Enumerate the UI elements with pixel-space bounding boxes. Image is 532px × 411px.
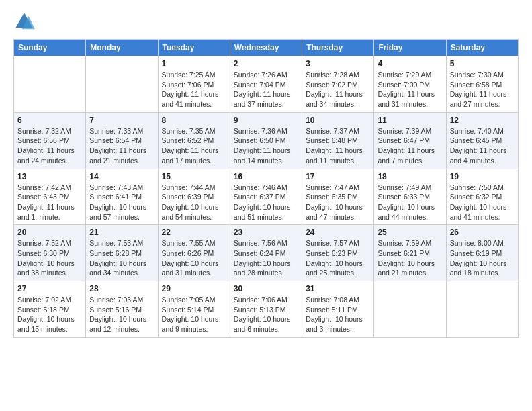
day-info: Sunrise: 7:59 AM Sunset: 6:21 PM Dayligh… bbox=[378, 238, 442, 278]
calendar-day-cell: 9Sunrise: 7:36 AM Sunset: 6:50 PM Daylig… bbox=[230, 112, 302, 169]
day-number: 19 bbox=[450, 172, 515, 181]
day-info: Sunrise: 8:00 AM Sunset: 6:19 PM Dayligh… bbox=[450, 238, 515, 278]
calendar-day-cell: 6Sunrise: 7:32 AM Sunset: 6:56 PM Daylig… bbox=[14, 112, 86, 169]
day-number: 4 bbox=[378, 59, 442, 68]
day-number: 24 bbox=[306, 228, 370, 237]
day-number: 8 bbox=[162, 116, 226, 125]
calendar-day-cell: 7Sunrise: 7:33 AM Sunset: 6:54 PM Daylig… bbox=[86, 112, 158, 169]
day-number: 10 bbox=[306, 116, 370, 125]
weekday-header: Sunday bbox=[14, 40, 86, 56]
day-number: 14 bbox=[89, 172, 154, 181]
day-number: 3 bbox=[306, 59, 370, 68]
day-number: 30 bbox=[234, 284, 298, 293]
day-info: Sunrise: 7:46 AM Sunset: 6:37 PM Dayligh… bbox=[234, 183, 298, 222]
calendar-day-cell: 11Sunrise: 7:39 AM Sunset: 6:47 PM Dayli… bbox=[374, 112, 446, 169]
day-number: 9 bbox=[234, 116, 298, 125]
calendar-day-cell: 10Sunrise: 7:37 AM Sunset: 6:48 PM Dayli… bbox=[302, 112, 374, 169]
day-info: Sunrise: 7:37 AM Sunset: 6:48 PM Dayligh… bbox=[306, 126, 370, 166]
day-info: Sunrise: 7:36 AM Sunset: 6:50 PM Dayligh… bbox=[234, 126, 298, 166]
calendar-week-row: 1Sunrise: 7:25 AM Sunset: 7:06 PM Daylig… bbox=[14, 56, 519, 113]
day-info: Sunrise: 7:35 AM Sunset: 6:52 PM Dayligh… bbox=[162, 126, 226, 166]
calendar-day-cell: 22Sunrise: 7:55 AM Sunset: 6:26 PM Dayli… bbox=[158, 225, 230, 281]
calendar-day-cell: 13Sunrise: 7:42 AM Sunset: 6:43 PM Dayli… bbox=[14, 169, 86, 225]
calendar-day-cell: 17Sunrise: 7:47 AM Sunset: 6:35 PM Dayli… bbox=[302, 169, 374, 225]
calendar-day-cell: 2Sunrise: 7:26 AM Sunset: 7:04 PM Daylig… bbox=[230, 56, 302, 113]
calendar-day-cell: 3Sunrise: 7:28 AM Sunset: 7:02 PM Daylig… bbox=[302, 56, 374, 113]
day-info: Sunrise: 7:08 AM Sunset: 5:11 PM Dayligh… bbox=[306, 295, 370, 334]
day-info: Sunrise: 7:52 AM Sunset: 6:30 PM Dayligh… bbox=[17, 238, 82, 278]
calendar-page: SundayMondayTuesdayWednesdayThursdayFrid… bbox=[0, 0, 532, 411]
day-info: Sunrise: 7:29 AM Sunset: 7:00 PM Dayligh… bbox=[378, 70, 442, 109]
day-number: 11 bbox=[378, 116, 442, 125]
calendar-day-cell: 20Sunrise: 7:52 AM Sunset: 6:30 PM Dayli… bbox=[14, 225, 86, 281]
logo-icon bbox=[13, 11, 35, 32]
logo bbox=[13, 11, 38, 32]
day-number: 2 bbox=[234, 59, 298, 68]
day-number: 15 bbox=[162, 172, 226, 181]
weekday-header: Saturday bbox=[446, 40, 518, 56]
day-info: Sunrise: 7:30 AM Sunset: 6:58 PM Dayligh… bbox=[450, 70, 515, 109]
day-info: Sunrise: 7:44 AM Sunset: 6:39 PM Dayligh… bbox=[162, 183, 226, 222]
day-number: 28 bbox=[89, 284, 154, 293]
calendar-day-cell bbox=[446, 281, 518, 338]
day-number: 23 bbox=[234, 228, 298, 237]
day-number: 26 bbox=[450, 228, 515, 237]
calendar-day-cell: 18Sunrise: 7:49 AM Sunset: 6:33 PM Dayli… bbox=[374, 169, 446, 225]
calendar-day-cell: 24Sunrise: 7:57 AM Sunset: 6:23 PM Dayli… bbox=[302, 225, 374, 281]
calendar-day-cell: 19Sunrise: 7:50 AM Sunset: 6:32 PM Dayli… bbox=[446, 169, 518, 225]
calendar-week-row: 13Sunrise: 7:42 AM Sunset: 6:43 PM Dayli… bbox=[14, 169, 519, 225]
day-info: Sunrise: 7:43 AM Sunset: 6:41 PM Dayligh… bbox=[89, 183, 154, 222]
day-number: 29 bbox=[162, 284, 226, 293]
day-info: Sunrise: 7:39 AM Sunset: 6:47 PM Dayligh… bbox=[378, 126, 442, 166]
calendar-day-cell: 21Sunrise: 7:53 AM Sunset: 6:28 PM Dayli… bbox=[86, 225, 158, 281]
calendar-day-cell: 14Sunrise: 7:43 AM Sunset: 6:41 PM Dayli… bbox=[86, 169, 158, 225]
day-info: Sunrise: 7:49 AM Sunset: 6:33 PM Dayligh… bbox=[378, 183, 442, 222]
weekday-header: Thursday bbox=[302, 40, 374, 56]
day-number: 16 bbox=[234, 172, 298, 181]
day-number: 21 bbox=[89, 228, 154, 237]
calendar-day-cell bbox=[14, 56, 86, 113]
day-info: Sunrise: 7:02 AM Sunset: 5:18 PM Dayligh… bbox=[17, 295, 82, 334]
day-info: Sunrise: 7:55 AM Sunset: 6:26 PM Dayligh… bbox=[162, 238, 226, 278]
day-number: 5 bbox=[450, 59, 515, 68]
day-info: Sunrise: 7:56 AM Sunset: 6:24 PM Dayligh… bbox=[234, 238, 298, 278]
day-info: Sunrise: 7:06 AM Sunset: 5:13 PM Dayligh… bbox=[234, 295, 298, 334]
day-info: Sunrise: 7:53 AM Sunset: 6:28 PM Dayligh… bbox=[89, 238, 154, 278]
header bbox=[13, 11, 519, 32]
day-number: 22 bbox=[162, 228, 226, 237]
calendar-day-cell: 12Sunrise: 7:40 AM Sunset: 6:45 PM Dayli… bbox=[446, 112, 518, 169]
calendar-day-cell: 29Sunrise: 7:05 AM Sunset: 5:14 PM Dayli… bbox=[158, 281, 230, 338]
calendar-day-cell: 23Sunrise: 7:56 AM Sunset: 6:24 PM Dayli… bbox=[230, 225, 302, 281]
calendar-day-cell: 31Sunrise: 7:08 AM Sunset: 5:11 PM Dayli… bbox=[302, 281, 374, 338]
calendar-week-row: 27Sunrise: 7:02 AM Sunset: 5:18 PM Dayli… bbox=[14, 281, 519, 338]
day-number: 25 bbox=[378, 228, 442, 237]
day-number: 27 bbox=[17, 284, 82, 293]
calendar-day-cell: 26Sunrise: 8:00 AM Sunset: 6:19 PM Dayli… bbox=[446, 225, 518, 281]
calendar-day-cell: 4Sunrise: 7:29 AM Sunset: 7:00 PM Daylig… bbox=[374, 56, 446, 113]
calendar-day-cell: 16Sunrise: 7:46 AM Sunset: 6:37 PM Dayli… bbox=[230, 169, 302, 225]
day-number: 12 bbox=[450, 116, 515, 125]
day-info: Sunrise: 7:50 AM Sunset: 6:32 PM Dayligh… bbox=[450, 183, 515, 222]
calendar-day-cell: 1Sunrise: 7:25 AM Sunset: 7:06 PM Daylig… bbox=[158, 56, 230, 113]
calendar-day-cell bbox=[86, 56, 158, 113]
day-info: Sunrise: 7:28 AM Sunset: 7:02 PM Dayligh… bbox=[306, 70, 370, 109]
calendar-day-cell: 5Sunrise: 7:30 AM Sunset: 6:58 PM Daylig… bbox=[446, 56, 518, 113]
day-number: 6 bbox=[17, 116, 82, 125]
day-info: Sunrise: 7:40 AM Sunset: 6:45 PM Dayligh… bbox=[450, 126, 515, 166]
calendar-day-cell: 30Sunrise: 7:06 AM Sunset: 5:13 PM Dayli… bbox=[230, 281, 302, 338]
weekday-header: Wednesday bbox=[230, 40, 302, 56]
weekday-header: Tuesday bbox=[158, 40, 230, 56]
day-info: Sunrise: 7:42 AM Sunset: 6:43 PM Dayligh… bbox=[17, 183, 82, 222]
header-row: SundayMondayTuesdayWednesdayThursdayFrid… bbox=[14, 40, 519, 56]
day-info: Sunrise: 7:33 AM Sunset: 6:54 PM Dayligh… bbox=[89, 126, 154, 166]
calendar-week-row: 20Sunrise: 7:52 AM Sunset: 6:30 PM Dayli… bbox=[14, 225, 519, 281]
calendar-week-row: 6Sunrise: 7:32 AM Sunset: 6:56 PM Daylig… bbox=[14, 112, 519, 169]
day-number: 7 bbox=[89, 116, 154, 125]
day-number: 1 bbox=[162, 59, 226, 68]
day-number: 31 bbox=[306, 284, 370, 293]
calendar-day-cell: 25Sunrise: 7:59 AM Sunset: 6:21 PM Dayli… bbox=[374, 225, 446, 281]
calendar-day-cell: 15Sunrise: 7:44 AM Sunset: 6:39 PM Dayli… bbox=[158, 169, 230, 225]
day-info: Sunrise: 7:25 AM Sunset: 7:06 PM Dayligh… bbox=[162, 70, 226, 109]
day-info: Sunrise: 7:03 AM Sunset: 5:16 PM Dayligh… bbox=[89, 295, 154, 334]
calendar-day-cell: 8Sunrise: 7:35 AM Sunset: 6:52 PM Daylig… bbox=[158, 112, 230, 169]
